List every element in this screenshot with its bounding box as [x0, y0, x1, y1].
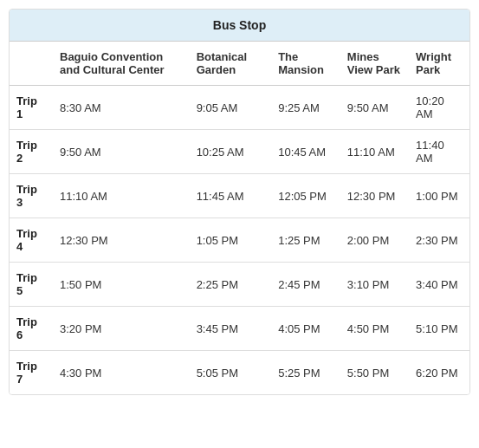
cell-3-5: 2:30 PM	[409, 218, 469, 263]
cell-0-3: 9:25 AM	[271, 86, 340, 130]
cell-3-4: 2:00 PM	[340, 218, 409, 263]
cell-4-1: 1:50 PM	[53, 263, 190, 307]
cell-6-3: 5:25 PM	[271, 351, 340, 395]
cell-5-2: 3:45 PM	[190, 307, 272, 351]
cell-1-5: 11:40 AM	[409, 130, 469, 174]
table-row: Trip 311:10 AM11:45 AM12:05 PM12:30 PM1:…	[10, 174, 469, 218]
table-title: Bus Stop	[10, 10, 469, 42]
cell-3-3: 1:25 PM	[271, 218, 340, 263]
cell-4-3: 2:45 PM	[271, 263, 340, 307]
cell-6-0: Trip 7	[10, 351, 53, 395]
table-row: Trip 18:30 AM9:05 AM9:25 AM9:50 AM10:20 …	[10, 86, 469, 130]
col-header-mines: Mines View Park	[340, 42, 409, 86]
cell-0-4: 9:50 AM	[340, 86, 409, 130]
col-header-mansion: The Mansion	[271, 42, 340, 86]
cell-4-5: 3:40 PM	[409, 263, 469, 307]
cell-3-0: Trip 4	[10, 218, 53, 263]
cell-5-4: 4:50 PM	[340, 307, 409, 351]
cell-1-2: 10:25 AM	[190, 130, 272, 174]
table-row: Trip 412:30 PM1:05 PM1:25 PM2:00 PM2:30 …	[10, 218, 469, 263]
table-row: Trip 74:30 PM5:05 PM5:25 PM5:50 PM6:20 P…	[10, 351, 469, 395]
table-row: Trip 63:20 PM3:45 PM4:05 PM4:50 PM5:10 P…	[10, 307, 469, 351]
cell-6-5: 6:20 PM	[409, 351, 469, 395]
cell-0-0: Trip 1	[10, 86, 53, 130]
cell-4-0: Trip 5	[10, 263, 53, 307]
cell-6-2: 5:05 PM	[190, 351, 272, 395]
cell-2-0: Trip 3	[10, 174, 53, 218]
table-row: Trip 29:50 AM10:25 AM10:45 AM11:10 AM11:…	[10, 130, 469, 174]
col-header-wright: Wright Park	[409, 42, 469, 86]
cell-1-4: 11:10 AM	[340, 130, 409, 174]
cell-0-1: 8:30 AM	[53, 86, 190, 130]
cell-6-4: 5:50 PM	[340, 351, 409, 395]
col-header-botanical: Botanical Garden	[190, 42, 272, 86]
cell-3-2: 1:05 PM	[190, 218, 272, 263]
table-row: Trip 51:50 PM2:25 PM2:45 PM3:10 PM3:40 P…	[10, 263, 469, 307]
cell-0-2: 9:05 AM	[190, 86, 272, 130]
cell-2-5: 1:00 PM	[409, 174, 469, 218]
cell-4-2: 2:25 PM	[190, 263, 272, 307]
cell-3-1: 12:30 PM	[53, 218, 190, 263]
cell-2-1: 11:10 AM	[53, 174, 190, 218]
col-header-baguio: Baguio Convention and Cultural Center	[53, 42, 190, 86]
bus-stop-table: Bus Stop Baguio Convention and Cultural …	[9, 9, 470, 395]
cell-2-3: 12:05 PM	[271, 174, 340, 218]
cell-2-2: 11:45 AM	[190, 174, 272, 218]
cell-1-1: 9:50 AM	[53, 130, 190, 174]
cell-5-5: 5:10 PM	[409, 307, 469, 351]
cell-2-4: 12:30 PM	[340, 174, 409, 218]
cell-4-4: 3:10 PM	[340, 263, 409, 307]
cell-1-0: Trip 2	[10, 130, 53, 174]
cell-6-1: 4:30 PM	[53, 351, 190, 395]
cell-5-0: Trip 6	[10, 307, 53, 351]
cell-5-1: 3:20 PM	[53, 307, 190, 351]
cell-1-3: 10:45 AM	[271, 130, 340, 174]
cell-5-3: 4:05 PM	[271, 307, 340, 351]
cell-0-5: 10:20 AM	[409, 86, 469, 130]
col-header-trip	[10, 42, 53, 86]
